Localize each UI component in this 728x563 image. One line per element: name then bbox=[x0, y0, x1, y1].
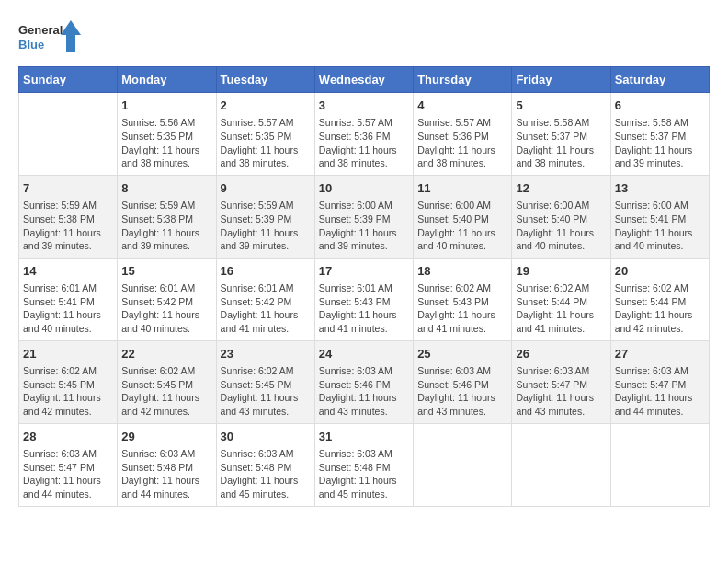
calendar-cell: 19Sunrise: 6:02 AMSunset: 5:44 PMDayligh… bbox=[512, 258, 610, 340]
calendar-cell bbox=[512, 423, 610, 506]
header-cell-thursday: Thursday bbox=[414, 67, 512, 93]
calendar-cell: 28Sunrise: 6:03 AMSunset: 5:47 PMDayligh… bbox=[19, 423, 118, 506]
day-number: 22 bbox=[121, 346, 211, 362]
calendar-cell: 13Sunrise: 6:00 AMSunset: 5:41 PMDayligh… bbox=[610, 175, 709, 258]
cell-content: Sunrise: 5:59 AMSunset: 5:38 PMDaylight:… bbox=[23, 199, 113, 253]
week-row-3: 21Sunrise: 6:02 AMSunset: 5:45 PMDayligh… bbox=[19, 340, 710, 423]
calendar-cell: 23Sunrise: 6:02 AMSunset: 5:45 PMDayligh… bbox=[216, 340, 314, 423]
week-row-1: 7Sunrise: 5:59 AMSunset: 5:38 PMDaylight… bbox=[19, 175, 710, 258]
calendar-cell: 2Sunrise: 5:57 AMSunset: 5:35 PMDaylight… bbox=[216, 93, 314, 176]
calendar-cell bbox=[610, 423, 709, 506]
day-number: 7 bbox=[23, 180, 113, 197]
day-number: 20 bbox=[615, 263, 705, 280]
calendar-cell: 9Sunrise: 5:59 AMSunset: 5:39 PMDaylight… bbox=[216, 175, 314, 258]
cell-content: Sunrise: 6:03 AMSunset: 5:46 PMDaylight:… bbox=[417, 364, 507, 419]
day-number: 8 bbox=[121, 180, 211, 197]
cell-content: Sunrise: 6:03 AMSunset: 5:47 PMDaylight:… bbox=[516, 364, 606, 419]
calendar-cell: 21Sunrise: 6:02 AMSunset: 5:45 PMDayligh… bbox=[19, 340, 118, 423]
logo-svg: General Blue bbox=[18, 18, 83, 55]
cell-content: Sunrise: 5:57 AMSunset: 5:35 PMDaylight:… bbox=[221, 116, 311, 170]
cell-content: Sunrise: 6:03 AMSunset: 5:46 PMDaylight:… bbox=[319, 364, 409, 419]
header-cell-monday: Monday bbox=[118, 67, 216, 93]
cell-content: Sunrise: 5:57 AMSunset: 5:36 PMDaylight:… bbox=[417, 116, 507, 170]
svg-text:Blue: Blue bbox=[18, 38, 44, 52]
cell-content: Sunrise: 6:01 AMSunset: 5:43 PMDaylight:… bbox=[319, 282, 409, 336]
day-number: 11 bbox=[417, 180, 507, 197]
day-number: 4 bbox=[417, 98, 507, 114]
day-number: 27 bbox=[615, 346, 705, 362]
calendar-cell: 8Sunrise: 5:59 AMSunset: 5:38 PMDaylight… bbox=[118, 175, 216, 258]
calendar-cell: 14Sunrise: 6:01 AMSunset: 5:41 PMDayligh… bbox=[19, 258, 118, 340]
header-cell-friday: Friday bbox=[512, 67, 610, 93]
cell-content: Sunrise: 6:03 AMSunset: 5:48 PMDaylight:… bbox=[319, 447, 409, 501]
day-number: 19 bbox=[516, 263, 606, 280]
cell-content: Sunrise: 6:03 AMSunset: 5:48 PMDaylight:… bbox=[121, 447, 211, 501]
calendar-cell: 5Sunrise: 5:58 AMSunset: 5:37 PMDaylight… bbox=[512, 93, 610, 176]
cell-content: Sunrise: 6:01 AMSunset: 5:42 PMDaylight:… bbox=[221, 282, 311, 336]
day-number: 16 bbox=[221, 263, 311, 280]
calendar-cell: 31Sunrise: 6:03 AMSunset: 5:48 PMDayligh… bbox=[314, 423, 413, 506]
day-number: 2 bbox=[221, 98, 311, 114]
cell-content: Sunrise: 6:01 AMSunset: 5:42 PMDaylight:… bbox=[121, 282, 211, 336]
calendar-table: SundayMondayTuesdayWednesdayThursdayFrid… bbox=[18, 66, 710, 507]
day-number: 30 bbox=[221, 429, 311, 445]
calendar-cell: 10Sunrise: 6:00 AMSunset: 5:39 PMDayligh… bbox=[314, 175, 413, 258]
cell-content: Sunrise: 5:59 AMSunset: 5:39 PMDaylight:… bbox=[221, 199, 311, 253]
header-cell-sunday: Sunday bbox=[19, 67, 118, 93]
calendar-cell: 17Sunrise: 6:01 AMSunset: 5:43 PMDayligh… bbox=[314, 258, 413, 340]
day-number: 17 bbox=[319, 263, 409, 280]
day-number: 14 bbox=[23, 263, 113, 280]
cell-content: Sunrise: 6:02 AMSunset: 5:44 PMDaylight:… bbox=[615, 282, 705, 336]
calendar-cell: 26Sunrise: 6:03 AMSunset: 5:47 PMDayligh… bbox=[512, 340, 610, 423]
day-number: 26 bbox=[516, 346, 606, 362]
day-number: 12 bbox=[516, 180, 606, 197]
cell-content: Sunrise: 6:00 AMSunset: 5:40 PMDaylight:… bbox=[516, 199, 606, 253]
cell-content: Sunrise: 6:00 AMSunset: 5:41 PMDaylight:… bbox=[615, 199, 705, 253]
day-number: 10 bbox=[319, 180, 409, 197]
day-number: 1 bbox=[121, 98, 211, 114]
day-number: 13 bbox=[615, 180, 705, 197]
cell-content: Sunrise: 6:02 AMSunset: 5:44 PMDaylight:… bbox=[516, 282, 606, 336]
calendar-cell: 4Sunrise: 5:57 AMSunset: 5:36 PMDaylight… bbox=[414, 93, 512, 176]
day-number: 28 bbox=[23, 429, 113, 445]
cell-content: Sunrise: 6:02 AMSunset: 5:45 PMDaylight:… bbox=[23, 364, 113, 419]
day-number: 21 bbox=[23, 346, 113, 362]
header-cell-saturday: Saturday bbox=[610, 67, 709, 93]
cell-content: Sunrise: 5:56 AMSunset: 5:35 PMDaylight:… bbox=[121, 116, 211, 170]
calendar-cell: 6Sunrise: 5:58 AMSunset: 5:37 PMDaylight… bbox=[610, 93, 709, 176]
day-number: 5 bbox=[516, 98, 606, 114]
calendar-cell: 22Sunrise: 6:02 AMSunset: 5:45 PMDayligh… bbox=[118, 340, 216, 423]
day-number: 6 bbox=[615, 98, 705, 114]
calendar-cell: 7Sunrise: 5:59 AMSunset: 5:38 PMDaylight… bbox=[19, 175, 118, 258]
header-cell-tuesday: Tuesday bbox=[216, 67, 314, 93]
cell-content: Sunrise: 6:03 AMSunset: 5:47 PMDaylight:… bbox=[23, 447, 113, 501]
calendar-cell: 29Sunrise: 6:03 AMSunset: 5:48 PMDayligh… bbox=[118, 423, 216, 506]
day-number: 24 bbox=[319, 346, 409, 362]
cell-content: Sunrise: 5:58 AMSunset: 5:37 PMDaylight:… bbox=[615, 116, 705, 170]
calendar-cell: 15Sunrise: 6:01 AMSunset: 5:42 PMDayligh… bbox=[118, 258, 216, 340]
cell-content: Sunrise: 6:00 AMSunset: 5:39 PMDaylight:… bbox=[319, 199, 409, 253]
day-number: 29 bbox=[121, 429, 211, 445]
calendar-cell: 11Sunrise: 6:00 AMSunset: 5:40 PMDayligh… bbox=[414, 175, 512, 258]
header: General Blue bbox=[18, 18, 710, 55]
cell-content: Sunrise: 6:02 AMSunset: 5:43 PMDaylight:… bbox=[417, 282, 507, 336]
calendar-cell: 20Sunrise: 6:02 AMSunset: 5:44 PMDayligh… bbox=[610, 258, 709, 340]
cell-content: Sunrise: 6:03 AMSunset: 5:48 PMDaylight:… bbox=[221, 447, 311, 501]
cell-content: Sunrise: 5:59 AMSunset: 5:38 PMDaylight:… bbox=[121, 199, 211, 253]
day-number: 25 bbox=[417, 346, 507, 362]
day-number: 9 bbox=[221, 180, 311, 197]
day-number: 31 bbox=[319, 429, 409, 445]
header-row: SundayMondayTuesdayWednesdayThursdayFrid… bbox=[19, 67, 710, 93]
calendar-cell: 25Sunrise: 6:03 AMSunset: 5:46 PMDayligh… bbox=[414, 340, 512, 423]
day-number: 15 bbox=[121, 263, 211, 280]
cell-content: Sunrise: 6:02 AMSunset: 5:45 PMDaylight:… bbox=[121, 364, 211, 419]
calendar-cell: 3Sunrise: 5:57 AMSunset: 5:36 PMDaylight… bbox=[314, 93, 413, 176]
cell-content: Sunrise: 6:01 AMSunset: 5:41 PMDaylight:… bbox=[23, 282, 113, 336]
calendar-cell: 12Sunrise: 6:00 AMSunset: 5:40 PMDayligh… bbox=[512, 175, 610, 258]
cell-content: Sunrise: 6:03 AMSunset: 5:47 PMDaylight:… bbox=[615, 364, 705, 419]
svg-marker-2 bbox=[61, 20, 81, 52]
cell-content: Sunrise: 6:02 AMSunset: 5:45 PMDaylight:… bbox=[221, 364, 311, 419]
calendar-cell: 24Sunrise: 6:03 AMSunset: 5:46 PMDayligh… bbox=[314, 340, 413, 423]
header-cell-wednesday: Wednesday bbox=[314, 67, 413, 93]
calendar-cell bbox=[19, 93, 118, 176]
